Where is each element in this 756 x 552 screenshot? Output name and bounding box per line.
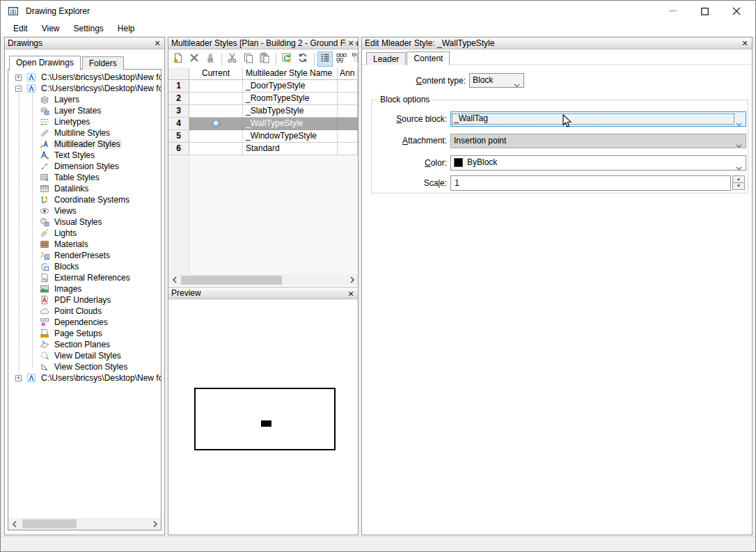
tab-leader[interactable]: Leader — [366, 52, 406, 65]
tree-item-point-clouds[interactable]: Point Clouds — [8, 306, 161, 317]
minimize-button[interactable] — [656, 1, 688, 22]
style-row--roomtypestyle[interactable]: 2_RoomTypeStyle — [168, 93, 358, 105]
expand-icon[interactable]: + — [15, 74, 22, 81]
tree-item-datalinks[interactable]: Datalinks — [8, 183, 161, 194]
delete-style-button[interactable] — [187, 52, 202, 67]
paste-button[interactable] — [257, 52, 272, 67]
copy-button[interactable] — [241, 52, 256, 67]
new-style-button[interactable] — [171, 52, 186, 67]
tab-folders[interactable]: Folders — [82, 56, 124, 70]
view-details-button[interactable] — [317, 52, 333, 67]
current-cell[interactable] — [189, 118, 243, 130]
tree-item-visual-styles[interactable]: Visual Styles — [8, 216, 161, 228]
current-cell[interactable] — [189, 143, 243, 155]
refresh-button[interactable] — [295, 52, 310, 67]
attachment-combo[interactable]: Insertion point — [450, 134, 746, 148]
style-row--doortypestyle[interactable]: 1_DoorTypeStyle — [168, 80, 358, 93]
tree-item-view-section-styles[interactable]: View Section Styles — [8, 361, 161, 372]
col-header-style-name[interactable]: Multileader Style Name — [243, 68, 338, 80]
tree-item-c-users-bricsys-desktop-new-fo[interactable]: −C:\Users\bricsys\Desktop\New fold — [8, 83, 161, 94]
tree-item-lights[interactable]: Lights — [8, 228, 161, 239]
tree-item-table-styles[interactable]: Table Styles — [8, 172, 161, 183]
collapse-icon[interactable]: − — [15, 86, 22, 92]
tree-item-multiline-styles[interactable]: Multiline Styles — [8, 127, 161, 139]
annotative-cell[interactable] — [338, 143, 358, 155]
styles-hscroll-thumb[interactable] — [181, 276, 282, 285]
tab-content[interactable]: Content — [407, 52, 450, 65]
style-name-cell[interactable]: _DoorTypeStyle — [243, 80, 338, 93]
style-name-cell[interactable]: _WallTypeStyle — [243, 118, 338, 130]
tree-item-multileader-styles[interactable]: Multileader Styles — [8, 139, 161, 150]
tree-item-pdf-underlays[interactable]: PDF Underlays — [8, 294, 161, 306]
tree-item-views[interactable]: Views — [8, 205, 161, 216]
tree-item-external-references[interactable]: External References — [8, 272, 161, 283]
tree-item-view-detail-styles[interactable]: View Detail Styles — [8, 350, 161, 361]
drawings-panel-close-icon[interactable]: ✕ — [152, 38, 162, 48]
annotative-cell[interactable] — [338, 93, 358, 105]
style-row--windowtypestyle[interactable]: 5_WindowTypeStyle — [168, 130, 358, 143]
tree-item-dimension-styles[interactable]: Dimension Styles — [8, 161, 161, 172]
scroll-right-icon[interactable] — [346, 274, 358, 285]
tree-item-images[interactable]: Images — [8, 283, 161, 294]
tab-open-drawings[interactable]: Open Drawings — [9, 56, 81, 70]
close-button[interactable] — [720, 1, 753, 22]
styles-hscrollbar[interactable] — [168, 274, 358, 285]
style-name-cell[interactable]: _WindowTypeStyle — [243, 130, 338, 143]
current-cell[interactable] — [189, 80, 243, 93]
col-header-annotative[interactable]: Ann — [338, 68, 358, 80]
menu-settings[interactable]: Settings — [66, 22, 110, 36]
expand-icon[interactable]: + — [15, 375, 22, 381]
tree-item-coordinate-systems[interactable]: Coordinate Systems — [8, 194, 161, 205]
style-row-standard[interactable]: 6Standard — [168, 143, 358, 155]
tree-item-layer-states[interactable]: Layer States — [8, 105, 161, 116]
content-type-combo[interactable]: Block — [469, 73, 524, 88]
purge-button[interactable] — [203, 52, 218, 67]
annotative-cell[interactable] — [338, 118, 358, 130]
current-radio-icon[interactable] — [212, 120, 220, 127]
scroll-right-icon[interactable] — [149, 518, 161, 530]
style-row--slabtypestyle[interactable]: 3_SlabTypeStyle — [168, 105, 358, 118]
tree-item-c-users-bricsys-desktop-new-fo[interactable]: +C:\Users\bricsys\Desktop\New fold — [8, 372, 161, 384]
view-icons-button[interactable] — [333, 52, 349, 67]
color-combo[interactable]: ByBlock — [450, 155, 746, 171]
preview-panel-close-icon[interactable]: ✕ — [346, 289, 356, 299]
edit-panel-close-icon[interactable]: ✕ — [740, 38, 750, 48]
style-name-cell[interactable]: Standard — [243, 143, 338, 155]
tree-item-dependencies[interactable]: Dependencies — [8, 317, 161, 328]
tree-item-materials[interactable]: Materials — [8, 239, 161, 250]
tree-item-section-planes[interactable]: Section Planes — [8, 339, 161, 350]
drawings-hscroll-thumb[interactable] — [22, 519, 77, 528]
scale-input[interactable]: 1 — [450, 175, 731, 191]
annotative-cell[interactable] — [338, 105, 358, 118]
annotative-cell[interactable] — [338, 80, 358, 93]
spinner-down-icon[interactable]: ▼ — [732, 182, 745, 190]
regen-button[interactable] — [279, 52, 294, 67]
current-cell[interactable] — [189, 105, 243, 118]
tree-item-linetypes[interactable]: Linetypes — [8, 116, 161, 127]
tree-item-layers[interactable]: Layers — [8, 94, 161, 105]
source-block-combo[interactable]: _WallTag — [450, 111, 746, 127]
styles-panel-close-icon[interactable]: ✕ — [346, 38, 356, 48]
maximize-button[interactable] — [688, 1, 720, 22]
drawings-hscrollbar[interactable] — [8, 518, 161, 530]
style-name-cell[interactable]: _RoomTypeStyle — [243, 93, 338, 105]
col-header-current[interactable]: Current — [189, 68, 243, 80]
tree-item-blocks[interactable]: Blocks — [8, 261, 161, 272]
tree-item-page-setups[interactable]: Page Setups — [8, 328, 161, 339]
menu-help[interactable]: Help — [111, 22, 142, 36]
current-cell[interactable] — [189, 93, 243, 105]
cut-button[interactable] — [225, 52, 240, 67]
menu-edit[interactable]: Edit — [6, 22, 35, 36]
scroll-left-icon[interactable] — [168, 274, 180, 285]
view-tree-button[interactable] — [349, 52, 358, 67]
current-cell[interactable] — [189, 130, 243, 143]
tree-item-c-users-bricsys-desktop-new-fo[interactable]: +C:\Users\bricsys\Desktop\New fold — [8, 72, 161, 83]
annotative-cell[interactable] — [338, 130, 358, 143]
titlebar: Drawing Explorer — [1, 1, 755, 22]
style-row--walltypestyle[interactable]: 4_WallTypeStyle — [168, 118, 358, 130]
tree-item-renderpresets[interactable]: RenderPresets — [8, 250, 161, 261]
scroll-left-icon[interactable] — [8, 518, 20, 530]
menu-view[interactable]: View — [35, 22, 67, 36]
tree-item-text-styles[interactable]: Text Styles — [8, 150, 161, 161]
style-name-cell[interactable]: _SlabTypeStyle — [243, 105, 338, 118]
